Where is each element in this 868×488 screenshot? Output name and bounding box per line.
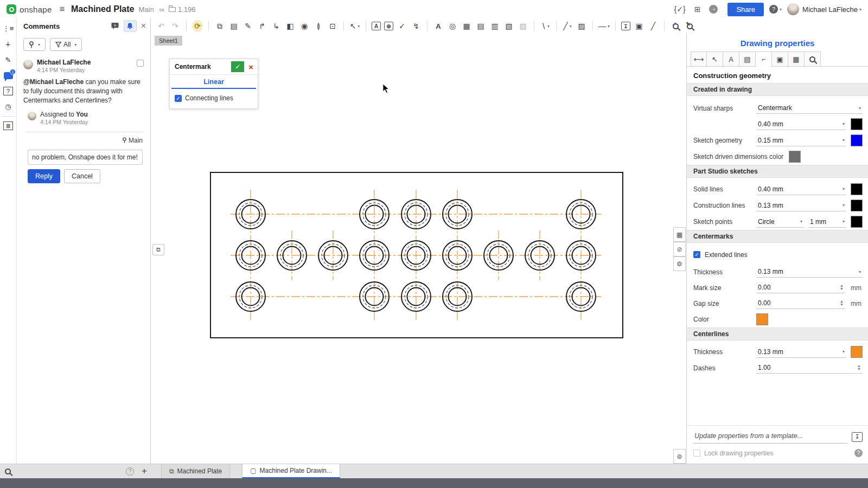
sketch-driven-color-swatch[interactable] [789,151,801,163]
new-comment-icon[interactable]: + [111,22,119,30]
sheet-tab[interactable]: Sheet1 [155,36,182,46]
close-comments-icon[interactable]: × [141,21,146,31]
gap-size-input[interactable]: 0.00▲▼ [756,298,845,309]
tab-properties-check[interactable] [805,52,821,67]
hatch-icon[interactable]: ▨ [576,20,587,32]
dialog-confirm-button[interactable]: ✓ [231,61,244,72]
revision-table-icon[interactable]: ▧ [503,20,514,32]
solid-lines-color-swatch[interactable] [851,183,863,195]
connecting-lines-checkbox[interactable]: ✓ [175,95,182,102]
callout-icon[interactable]: ∖▾ [540,20,551,32]
gdt-icon[interactable]: ⊕ [384,22,393,30]
dashes-input[interactable]: 1.00▲▼ [756,362,863,374]
projected-view-icon[interactable]: ↱ [257,20,267,32]
lock-help-icon[interactable]: ? [854,449,863,457]
sketch-geometry-color-swatch[interactable] [851,134,863,146]
tab-callouts[interactable]: ↖ [707,52,723,67]
help-icon[interactable]: ? [769,5,778,14]
virtual-sharps-select[interactable]: Centermark▾ [756,102,863,114]
comments-filter-button[interactable]: All ▾ [50,38,82,51]
tab-construction-geometry[interactable]: ⌐ [756,52,772,67]
sketch-points-color-swatch[interactable] [851,216,863,228]
sheets-panel-toggle[interactable]: ⧉ [152,244,164,255]
centerline-color-swatch[interactable] [851,346,863,358]
main-menu-icon[interactable]: ≡ [60,4,65,14]
detail-view-icon[interactable]: ◉ [299,20,310,32]
community-icon[interactable]: ◔ [709,5,718,14]
note-icon[interactable]: A [372,22,381,30]
user-name[interactable]: Michael LaFleche [802,5,858,14]
workspace-folder-icon[interactable] [169,7,176,12]
centermark-color-swatch[interactable] [756,313,768,325]
branch-name[interactable]: Main [138,5,154,14]
edit-marks-icon[interactable]: ✎ [242,20,253,32]
location-filter-button[interactable]: ▾ [23,38,46,51]
centermark-thickness-select[interactable]: 0.13 mm▾ [756,266,863,278]
lock-properties-checkbox[interactable] [693,450,700,457]
line-tool-icon[interactable]: ╱▾ [562,20,573,32]
resolve-comment-checkbox[interactable] [137,60,144,67]
auxiliary-view-icon[interactable]: ↳ [271,20,282,32]
notifications-bell-icon[interactable] [124,20,137,32]
update-from-template-field[interactable]: Update properties from a template... [693,430,847,444]
dashes-stepper[interactable]: ▲▼ [857,364,861,371]
surface-finish-icon[interactable]: ✓ [397,20,407,32]
mark-size-input[interactable]: 0.00▲▼ [756,282,845,293]
drawing-canvas[interactable]: Sheet1 ⧉ Centermark ✓ × Linear ✓ Connect… [151,34,686,464]
hole-table-icon[interactable]: ▥ [489,20,500,32]
weld-symbol-icon[interactable]: ↯ [411,20,422,32]
export-dxf-icon[interactable]: ↧ [621,22,630,30]
extended-lines-checkbox[interactable]: ✓ [693,251,700,258]
tab-bar-help-icon[interactable]: ? [126,467,134,476]
line-style-icon[interactable]: —▾ [598,20,610,32]
insert-view-icon[interactable]: ⧉ [214,20,225,32]
sheet-settings-icon[interactable]: ▤ [228,20,239,32]
sketch-geometry-select[interactable]: 0.15 mm▾ [756,135,846,146]
dialog-tab-linear[interactable]: Linear [170,75,258,88]
inspection-symbol-icon[interactable]: ◎ [447,20,458,32]
drawing-tab[interactable]: ▢ Machined Plate Drawin... [242,464,340,478]
virtual-sharps-size-select[interactable]: 0.40 mm▾ [756,119,846,130]
gap-size-stepper[interactable]: ▲▼ [840,300,844,306]
document-title[interactable]: Machined Plate [71,4,134,14]
dimension-icon[interactable]: ↖▾ [349,20,360,32]
share-button[interactable]: Share [727,3,764,16]
centerline-thickness-select[interactable]: 0.13 mm▾ [756,346,846,358]
import-template-icon[interactable]: ↧ [852,432,863,442]
tools-wrench-button[interactable]: ⚙ [673,256,686,271]
checklist-icon[interactable]: ≣ [3,121,13,130]
table-icon[interactable]: ▦ [461,20,472,32]
dialog-close-icon[interactable]: × [246,62,256,72]
app-store-icon[interactable]: ⊞ [694,5,701,14]
update-views-icon[interactable]: ⟳ [192,20,203,32]
user-avatar[interactable] [787,3,799,15]
insert-image-icon[interactable]: ▣ [634,20,644,32]
link-icon[interactable]: ∞ [159,5,164,14]
tab-text[interactable]: A [723,52,739,67]
user-menu-caret-icon[interactable]: ▾ [859,7,861,12]
part-studio-tab[interactable]: ⧉ Machined Plate [161,464,230,478]
construction-lines-select[interactable]: 0.13 mm▾ [756,200,846,211]
document-outline-icon[interactable]: ⋮≡ [0,21,16,36]
reply-button[interactable]: Reply [28,169,60,183]
add-tab-button[interactable]: + [142,466,147,477]
bom-table-icon[interactable]: ▤ [475,20,486,32]
crop-view-icon[interactable]: ⊡ [327,20,338,32]
solid-lines-select[interactable]: 0.40 mm▾ [756,184,846,195]
mark-size-stepper[interactable]: ▲▼ [840,284,844,291]
sketch-points-shape-select[interactable]: Circle▾ [756,216,804,228]
text-icon[interactable]: A [433,20,444,32]
virtual-sharps-color-swatch[interactable] [851,118,863,130]
insert-reference-icon[interactable]: ∔ [0,36,16,52]
tab-dimensions[interactable]: ⟷ [691,52,707,67]
comments-icon[interactable]: 1 [0,68,16,84]
tab-sheet[interactable]: ▤ [739,52,756,67]
section-view-icon[interactable]: ◧ [285,20,296,32]
featurescript-icon[interactable]: {✓} [674,5,686,14]
construction-lines-color-swatch[interactable] [851,200,863,211]
reply-input[interactable] [28,150,143,165]
help-caret-icon[interactable]: ▾ [780,7,782,12]
markup-icon[interactable]: ✎ [0,52,16,68]
drawing-properties-icon[interactable]: ✓ [670,20,681,32]
learn-cube-icon[interactable]: ? [3,87,13,95]
